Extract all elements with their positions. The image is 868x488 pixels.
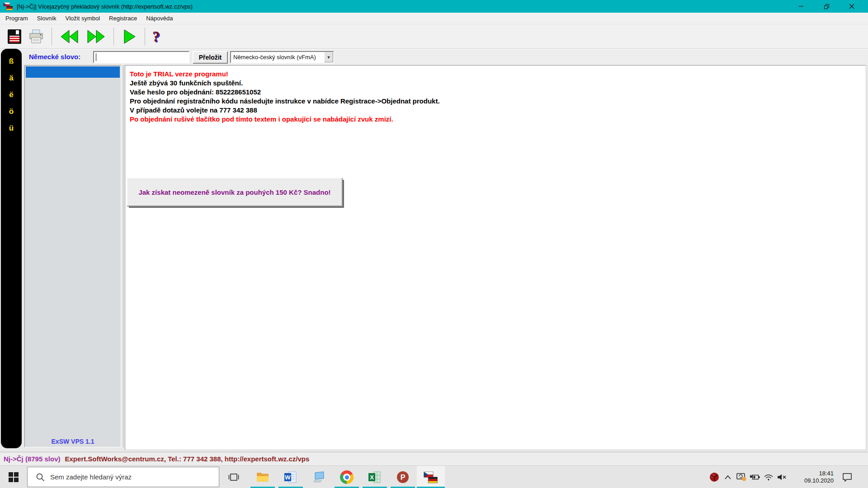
toolbar: ? [0, 24, 868, 49]
close-button[interactable] [839, 0, 864, 13]
special-chars-sidebar: ß ä ë ö ü [1, 49, 22, 448]
minimize-button[interactable] [788, 0, 814, 13]
help-icon: ? [152, 28, 160, 45]
chevron-up-icon[interactable] [721, 466, 735, 488]
volume-muted-icon[interactable] [775, 466, 789, 488]
save-button[interactable] [4, 28, 25, 45]
status-contact-info: Expert.SoftWorks@centrum.cz, Tel.: 777 3… [65, 455, 309, 463]
action-center-button[interactable] [837, 466, 857, 488]
start-button[interactable] [0, 466, 27, 488]
display-sync-icon[interactable] [735, 466, 748, 488]
double-right-arrow-icon [85, 28, 106, 45]
task-view-button[interactable] [224, 466, 244, 488]
trial-line: Vaše heslo pro objednání: 852228651052 [130, 88, 861, 97]
taskbar-app-psiphon[interactable]: P [389, 466, 417, 488]
close-icon [849, 4, 854, 9]
task-view-icon [228, 472, 239, 482]
window-title: [Nj->Čj] Vícejazyčný překladový slovník … [17, 3, 193, 10]
german-word-label: Německé slovo: [29, 53, 80, 61]
trial-line: V případě dotazů volejte na 777 342 388 [130, 106, 861, 115]
system-tray [708, 466, 789, 488]
selected-list-row[interactable] [26, 66, 120, 78]
trial-line: Po objednání rušivé tlačítko pod tímto t… [130, 115, 861, 124]
taskbar-clock[interactable]: 18:41 09.10.2020 [799, 466, 835, 488]
help-button[interactable]: ? [150, 28, 163, 45]
previous-word-button[interactable] [57, 28, 83, 45]
chevron-down-icon[interactable]: ▼ [324, 52, 333, 62]
window-controls [788, 0, 864, 13]
translation-panel: Toto je TRIAL verze programu! Ještě zbýv… [125, 65, 866, 450]
german-czech-flags-icon [424, 471, 438, 483]
char-a-umlaut-button[interactable]: ä [5, 73, 18, 84]
dictionary-select[interactable]: Německo-český slovník (vFmA) ▼ [230, 51, 334, 63]
word-list-panel[interactable]: ExSW VPS 1.1 [24, 65, 121, 447]
next-word-button[interactable] [83, 28, 109, 45]
taskbar-apps: W X [249, 466, 445, 488]
menu-vlozit-symbol[interactable]: Vložit symbol [61, 13, 105, 23]
restore-button[interactable] [814, 0, 839, 13]
toolbar-separator [145, 28, 145, 46]
char-o-umlaut-button[interactable]: ö [5, 106, 18, 117]
menu-program[interactable]: Program [1, 13, 33, 23]
taskbar-app-explorer[interactable] [249, 466, 277, 488]
promo-button[interactable]: Jak získat neomezeně slovník za pouhých … [127, 178, 343, 206]
version-label: ExSW VPS 1.1 [25, 438, 121, 445]
taskbar-app-word[interactable]: W [277, 466, 305, 488]
app-flags-icon [3, 2, 13, 10]
clock-time: 18:41 [819, 470, 834, 477]
german-word-input-wrap [93, 51, 189, 63]
minimize-icon [798, 4, 804, 9]
taskbar-app-dictionary[interactable] [417, 466, 445, 488]
windows-logo-icon [9, 472, 19, 482]
chrome-icon [340, 470, 354, 484]
clock-date: 09.10.2020 [804, 477, 834, 484]
restore-icon [824, 4, 829, 9]
menubar: Program Slovník Vložit symbol Registrace… [0, 13, 868, 24]
german-word-input[interactable] [94, 52, 189, 62]
translate-play-button[interactable] [118, 28, 140, 45]
menu-napoveda[interactable]: Nápověda [142, 13, 177, 23]
file-explorer-icon [256, 471, 269, 483]
search-row: Německé slovo: Přeložit Německo-český sl… [0, 49, 868, 65]
search-icon [36, 473, 45, 482]
toolbar-separator [52, 28, 52, 46]
print-button[interactable] [25, 28, 47, 45]
content-area: ExSW VPS 1.1 Toto je TRIAL verze program… [0, 65, 868, 452]
print-icon [28, 28, 44, 45]
save-icon [6, 28, 23, 45]
toolbar-separator [113, 28, 114, 46]
antivirus-tray-icon[interactable] [708, 466, 721, 488]
taskbar-app-pc[interactable] [305, 466, 333, 488]
dictionary-select-value: Německo-český slovník (vFmA) [231, 54, 324, 61]
psiphon-icon: P [396, 470, 410, 484]
taskbar-app-excel[interactable]: X [361, 466, 389, 488]
char-e-umlaut-button[interactable]: ë [5, 89, 18, 100]
svg-text:W: W [285, 474, 291, 481]
taskbar: W X [0, 465, 868, 488]
battery-icon[interactable] [748, 466, 762, 488]
taskbar-search[interactable] [27, 467, 219, 487]
menu-slovnik[interactable]: Slovník [33, 13, 61, 23]
trial-line: Toto je TRIAL verze programu! [130, 70, 861, 79]
wifi-icon[interactable] [762, 466, 775, 488]
word-icon: W [284, 471, 297, 483]
excel-icon: X [368, 471, 381, 483]
text-caret [96, 53, 96, 61]
char-u-umlaut-button[interactable]: ü [5, 123, 18, 134]
trial-line: Pro objednání registračního kódu následu… [130, 97, 861, 106]
play-arrow-icon [121, 28, 137, 45]
computer-icon [312, 471, 326, 483]
translate-button[interactable]: Přeložit [193, 51, 228, 64]
status-dictionary-info: Nj->Čj (8795 slov) [4, 455, 60, 463]
menu-registrace[interactable]: Registrace [104, 13, 142, 23]
action-center-icon [842, 472, 853, 482]
svg-text:X: X [370, 474, 374, 481]
trial-line: Ještě zbývá 30 funkčních spuštění. [130, 79, 861, 88]
taskbar-search-input[interactable] [50, 473, 219, 481]
screen: [Nj->Čj] Vícejazyčný překladový slovník … [0, 0, 868, 488]
titlebar: [Nj->Čj] Vícejazyčný překladový slovník … [0, 0, 868, 13]
svg-text:P: P [401, 474, 406, 481]
taskbar-app-chrome[interactable] [333, 466, 361, 488]
char-eszett-button[interactable]: ß [5, 56, 18, 67]
panel-divider [123, 65, 123, 447]
